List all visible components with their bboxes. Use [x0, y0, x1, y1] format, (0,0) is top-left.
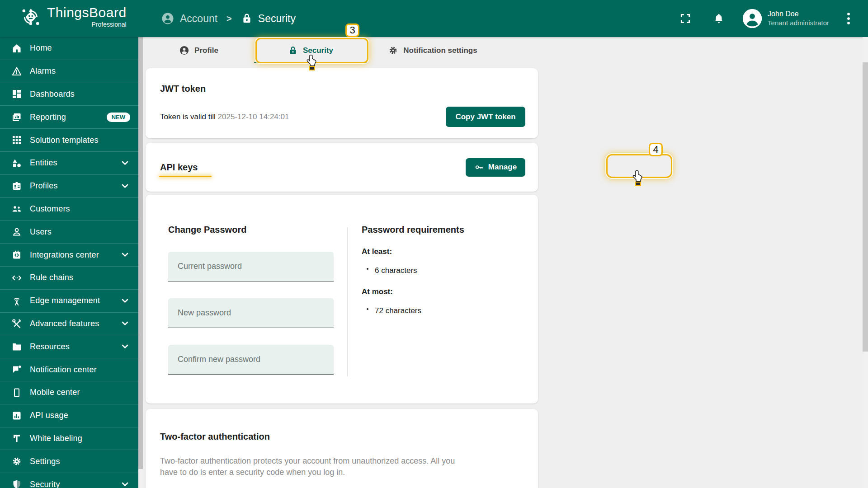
sidebar-item-customers[interactable]: Customers [0, 198, 138, 221]
at-most-label: At most: [362, 287, 464, 296]
password-requirements-title: Password requirements [362, 225, 464, 235]
breadcrumb: Account > Security [161, 0, 296, 37]
click-point-marker [635, 182, 641, 186]
breadcrumb-separator: > [226, 14, 232, 24]
sidebar-item-settings[interactable]: Settings [0, 450, 138, 473]
alarm-warning-icon [11, 66, 22, 77]
account-person-icon [161, 12, 175, 25]
mobile-center-icon [11, 387, 22, 398]
notifications-bell-icon[interactable] [711, 11, 726, 26]
key-icon [474, 162, 484, 172]
sidebar-item-profiles[interactable]: Profiles [0, 175, 138, 198]
thingsboard-logo-icon [19, 5, 42, 29]
rule-chains-icon [11, 272, 22, 283]
edge-management-icon [11, 296, 22, 306]
sidebar-item-white-labeling[interactable]: White labeling [0, 427, 138, 450]
copy-jwt-token-button[interactable]: Copy JWT token [446, 107, 525, 127]
sidebar-scrollbar-thumb[interactable] [138, 37, 143, 469]
profiles-icon [11, 181, 22, 192]
chevron-down-icon [122, 161, 128, 165]
at-least-label: At least: [362, 247, 464, 256]
api-usage-icon [11, 410, 22, 421]
sidebar-item-advanced-features[interactable]: Advanced features [0, 313, 138, 336]
annotation-underline-api-keys [159, 176, 212, 177]
sidebar-item-entities[interactable]: Entities [0, 152, 138, 175]
topbar: ThingsBoard Professional Account > Secur… [0, 0, 868, 37]
two-factor-description: Two-factor authentication protects your … [160, 455, 458, 478]
user-info[interactable]: John Doe Tenant administrator [768, 9, 829, 28]
solution-templates-icon [11, 135, 22, 145]
users-icon [11, 226, 22, 237]
gear-icon [388, 45, 398, 56]
sidebar-item-mobile-center[interactable]: Mobile center [0, 381, 138, 404]
sidebar-item-home[interactable]: Home [0, 37, 138, 60]
integrations-icon [11, 249, 22, 260]
page-scrollbar[interactable] [863, 37, 868, 488]
new-badge: NEW [107, 113, 130, 122]
sidebar-item-dashboards[interactable]: Dashboards [0, 83, 138, 106]
tab-profile[interactable]: Profile [146, 37, 252, 64]
breadcrumb-security[interactable]: Security [241, 13, 296, 25]
api-keys-card: API keys Manage [146, 143, 538, 192]
breadcrumb-account[interactable]: Account [161, 12, 217, 25]
reporting-icon [11, 112, 22, 122]
requirement-item: 6 characters [367, 266, 464, 275]
sidebar-item-security[interactable]: Security [0, 473, 138, 488]
confirm-new-password-field[interactable] [168, 345, 334, 375]
annotation-step-badge-4: 4 [649, 143, 663, 156]
topbar-actions: John Doe Tenant administrator [678, 0, 856, 37]
avatar[interactable] [743, 9, 762, 28]
chevron-down-icon [122, 344, 128, 349]
sidebar-item-edge-management[interactable]: Edge management [0, 290, 138, 313]
sidebar-item-integrations-center[interactable]: Integrations center [0, 244, 138, 267]
jwt-valid-text: Token is valid till 2025-12-10 14:24:01 [160, 113, 289, 122]
sidebar-scrollbar[interactable] [138, 37, 143, 488]
logo-subtitle: Professional [92, 21, 127, 28]
sidebar-item-users[interactable]: Users [0, 221, 138, 244]
sidebar: Home Alarms Dashboards Reporting NEW Sol… [0, 37, 138, 488]
requirement-item: 72 characters [367, 306, 464, 315]
chevron-down-icon [122, 482, 128, 487]
customers-icon [11, 203, 22, 214]
user-name: John Doe [768, 9, 829, 19]
security-shield-icon [11, 479, 22, 488]
home-icon [11, 43, 22, 54]
sidebar-item-api-usage[interactable]: API usage [0, 404, 138, 427]
person-icon [179, 45, 189, 56]
change-password-card: Change Password Password requirements At… [146, 195, 538, 404]
tab-notification-settings[interactable]: Notification settings [369, 37, 496, 64]
sidebar-item-solution-templates[interactable]: Solution templates [0, 129, 138, 152]
change-password-title: Change Password [168, 225, 347, 235]
advanced-features-icon [11, 318, 22, 329]
chevron-down-icon [122, 321, 128, 326]
annotation-step-badge-3: 3 [345, 23, 359, 37]
click-point-marker [309, 66, 315, 70]
notification-center-icon [11, 364, 22, 375]
sidebar-item-rule-chains[interactable]: Rule chains [0, 267, 138, 290]
new-password-field[interactable] [168, 298, 334, 328]
chevron-down-icon [122, 184, 128, 188]
fullscreen-icon[interactable] [678, 11, 693, 26]
manage-api-keys-button[interactable]: Manage [466, 158, 525, 177]
thingsboard-logo[interactable]: ThingsBoard Professional [19, 5, 127, 29]
white-labeling-icon [11, 433, 22, 444]
two-factor-card: Two-factor authentication Two-factor aut… [146, 409, 538, 488]
lock-icon [241, 13, 253, 24]
sidebar-item-reporting[interactable]: Reporting NEW [0, 106, 138, 129]
resources-folder-icon [11, 341, 22, 352]
current-password-field[interactable] [168, 252, 334, 282]
user-role: Tenant administrator [768, 19, 829, 28]
dashboards-icon [11, 89, 22, 99]
kebab-menu-icon[interactable] [841, 11, 856, 26]
entities-icon [11, 158, 22, 169]
main-content: Profile Security Notification settings J… [143, 37, 863, 488]
jwt-token-card: JWT token Token is valid till 2025-12-10… [146, 68, 538, 138]
sidebar-item-alarms[interactable]: Alarms [0, 60, 138, 83]
bullet-dot [367, 308, 368, 310]
chevron-down-icon [122, 253, 128, 257]
page-scrollbar-thumb[interactable] [863, 62, 868, 352]
sidebar-item-notification-center[interactable]: Notification center [0, 358, 138, 381]
sidebar-item-resources[interactable]: Resources [0, 335, 138, 358]
api-keys-title: API keys [160, 162, 198, 173]
chevron-down-icon [122, 299, 128, 303]
